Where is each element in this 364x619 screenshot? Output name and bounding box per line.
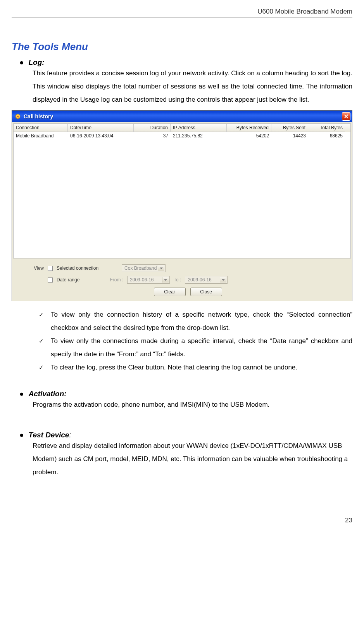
page-header: U600 Mobile Broadband Modem: [12, 8, 352, 17]
close-button[interactable]: Close: [190, 288, 222, 296]
check-item-text: To view only the connections made during…: [51, 335, 352, 361]
col-total[interactable]: Total Bytes: [308, 124, 345, 132]
cell-datetime: 06-16-2009 13:43:04: [68, 132, 134, 140]
clear-button[interactable]: Clear: [154, 288, 186, 296]
bullet-icon: ●: [19, 58, 24, 67]
col-connection[interactable]: Connection: [14, 124, 68, 132]
titlebar-title: Call history: [24, 113, 342, 120]
chevron-down-icon: [160, 267, 163, 269]
cell-ip: 211.235.75.82: [171, 132, 227, 140]
cell-total: 68625: [308, 132, 345, 140]
log-empty-area: [14, 140, 350, 258]
page-number: 23: [12, 514, 352, 524]
check-icon: ✓: [39, 308, 44, 335]
table-row[interactable]: Mobile Broadband 06-16-2009 13:43:04 37 …: [14, 132, 350, 140]
to-date-select[interactable]: 2009-06-16: [185, 276, 228, 284]
connection-select[interactable]: Cox Broadband: [122, 264, 166, 272]
col-duration[interactable]: Duration: [134, 124, 171, 132]
check-item-text: To clear the log, press the Clear button…: [51, 361, 352, 374]
col-datetime[interactable]: Date/Time: [68, 124, 134, 132]
connection-select-value: Cox Broadband: [124, 265, 157, 271]
view-label: View: [28, 265, 44, 271]
cell-connection: Mobile Broadband: [14, 132, 68, 140]
close-icon[interactable]: [342, 112, 350, 121]
section-title: The Tools Menu: [12, 41, 352, 53]
check-icon: ✓: [39, 361, 44, 374]
activation-body: Programs the activation code, phone numb…: [33, 398, 352, 411]
to-date-value: 2009-06-16: [188, 277, 211, 283]
selected-connection-label: Selected connection: [57, 265, 98, 271]
chevron-down-icon: [222, 279, 225, 281]
test-device-body: Retrieve and display detailed informatio…: [33, 439, 352, 479]
col-sent[interactable]: Bytes Sent: [271, 124, 308, 132]
check-item-text: To view only the connection history of a…: [51, 308, 352, 335]
col-recv[interactable]: Bytes Received: [227, 124, 271, 132]
cell-recv: 54202: [227, 132, 271, 140]
test-device-colon: :: [69, 431, 71, 439]
activation-heading: Activation:: [28, 390, 66, 398]
filter-panel: View Selected connection Cox Broadband D…: [12, 260, 352, 301]
table-header: Connection Date/Time Duration IP Address…: [14, 124, 350, 132]
date-range-checkbox[interactable]: [48, 277, 53, 283]
call-history-window: Call history Connection Date/Time Durati…: [12, 110, 352, 301]
date-range-label: Date range: [57, 277, 79, 283]
check-icon: ✓: [39, 335, 44, 361]
selected-connection-checkbox[interactable]: [48, 266, 53, 271]
app-icon: [14, 113, 21, 120]
from-label: From :: [110, 277, 123, 283]
test-device-heading: Test Device: [28, 431, 69, 439]
from-date-select[interactable]: 2009-06-16: [127, 276, 170, 284]
log-body: This feature provides a concise session …: [33, 67, 352, 106]
chevron-down-icon: [164, 279, 167, 281]
bullet-icon: ●: [19, 390, 24, 398]
bullet-icon: ●: [19, 431, 24, 439]
cell-sent: 14423: [271, 132, 308, 140]
to-label: To :: [174, 277, 181, 283]
titlebar[interactable]: Call history: [12, 111, 352, 122]
cell-duration: 37: [134, 132, 171, 140]
from-date-value: 2009-06-16: [130, 277, 154, 283]
col-ip[interactable]: IP Address: [171, 124, 227, 132]
log-heading: Log:: [28, 58, 44, 67]
